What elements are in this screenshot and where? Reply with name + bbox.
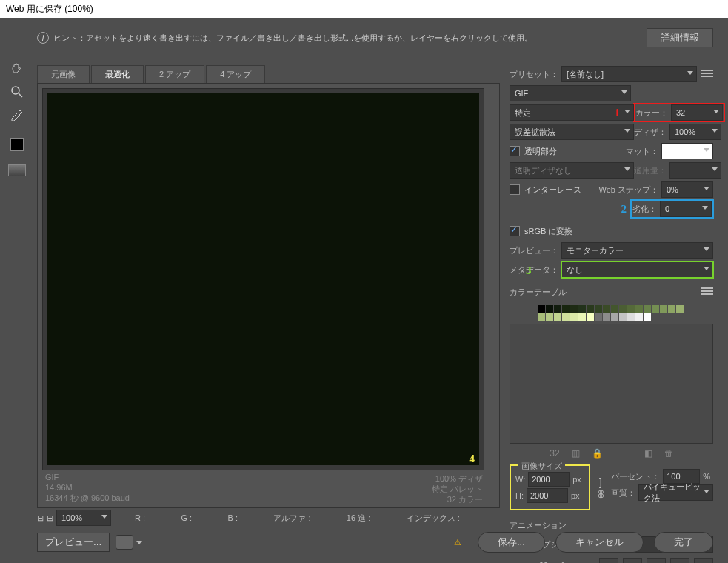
websnap-label: Web スナップ： bbox=[599, 184, 658, 196]
format-select[interactable]: GIF bbox=[510, 85, 631, 101]
eyedropper-swatch[interactable] bbox=[10, 138, 24, 151]
color-swatch[interactable] bbox=[562, 305, 570, 313]
color-swatch[interactable] bbox=[635, 313, 643, 321]
zoom-plus-icon[interactable]: ⊞ bbox=[47, 513, 53, 523]
color-swatch[interactable] bbox=[644, 313, 651, 321]
status-alpha: アルファ : -- bbox=[273, 513, 318, 524]
tab-optimized[interactable]: 最適化 bbox=[91, 65, 144, 83]
color-swatch[interactable] bbox=[644, 305, 651, 313]
svg-line-1 bbox=[19, 93, 22, 97]
color-swatch[interactable] bbox=[578, 305, 586, 313]
hand-tool-icon[interactable] bbox=[10, 61, 24, 76]
reduction-select[interactable]: 特定 1 bbox=[510, 104, 634, 121]
slice-visibility-button[interactable] bbox=[8, 164, 26, 176]
callout-1: 1 bbox=[615, 107, 621, 119]
color-swatch[interactable] bbox=[627, 305, 635, 313]
amount-select bbox=[669, 162, 721, 179]
readout-time: 16344 秒 @ 9600 baud bbox=[45, 493, 483, 503]
websnap-select[interactable]: 0% bbox=[661, 181, 713, 198]
color-swatch[interactable] bbox=[546, 313, 553, 321]
color-swatch[interactable] bbox=[595, 305, 602, 313]
dialog-content: i ヒント：アセットをより速く書き出すには、ファイル／書き出し／書き出し形式..… bbox=[0, 18, 728, 563]
color-swatch[interactable] bbox=[627, 313, 635, 321]
color-swatch[interactable] bbox=[570, 305, 578, 313]
color-swatch[interactable] bbox=[611, 313, 618, 321]
play-button[interactable]: ▶ bbox=[647, 558, 666, 563]
colors-select[interactable]: 32 bbox=[671, 104, 723, 121]
color-swatch[interactable] bbox=[538, 305, 545, 313]
link-wh-icon[interactable]: ]𝟠 bbox=[596, 476, 605, 500]
color-swatch[interactable] bbox=[562, 313, 570, 321]
height-input[interactable]: 2000 bbox=[527, 488, 568, 503]
tab-original[interactable]: 元画像 bbox=[37, 65, 90, 83]
color-swatch[interactable] bbox=[635, 305, 643, 313]
transparency-checkbox[interactable] bbox=[510, 146, 520, 156]
color-swatch[interactable] bbox=[570, 313, 578, 321]
percent-label: パーセント： bbox=[611, 471, 660, 482]
color-table-title: カラーテーブル bbox=[510, 287, 567, 298]
status-b: B : -- bbox=[228, 513, 246, 522]
readout-format: GIF bbox=[45, 472, 483, 482]
warning-icon[interactable]: ⚠ bbox=[454, 538, 461, 547]
width-input[interactable]: 2000 bbox=[528, 472, 570, 487]
interlace-label: インターレース bbox=[524, 184, 581, 196]
eyedropper-tool-icon[interactable] bbox=[10, 108, 24, 123]
status-r: R : -- bbox=[135, 513, 153, 522]
preview-viewport[interactable]: 4 bbox=[42, 88, 484, 470]
ct-lock-icon[interactable]: 🔒 bbox=[592, 448, 603, 459]
color-swatch[interactable] bbox=[619, 313, 627, 321]
ct-new-icon[interactable]: ◧ bbox=[644, 448, 652, 459]
metadata-label: メタデータ： 3 bbox=[510, 264, 558, 276]
preset-menu-icon[interactable] bbox=[701, 70, 713, 79]
matte-select[interactable] bbox=[661, 143, 713, 159]
color-swatch[interactable] bbox=[587, 313, 594, 321]
preview-label: プレビュー： bbox=[510, 245, 558, 256]
save-button[interactable]: 保存... bbox=[478, 532, 545, 553]
color-table-menu-icon[interactable] bbox=[701, 287, 713, 296]
lossy-select[interactable]: 0 bbox=[660, 201, 712, 217]
color-swatch[interactable] bbox=[578, 313, 586, 321]
trans-dither-select[interactable]: 透明ディザなし bbox=[510, 162, 634, 179]
prev-frame-button[interactable]: ◀ bbox=[623, 558, 642, 563]
interlace-checkbox[interactable] bbox=[510, 184, 520, 195]
callout-2: 2 bbox=[621, 203, 627, 215]
ct-tool-icon[interactable]: ▥ bbox=[572, 448, 580, 459]
color-table-grid[interactable] bbox=[538, 305, 686, 321]
color-swatch[interactable] bbox=[652, 305, 659, 313]
color-swatch[interactable] bbox=[668, 305, 675, 313]
color-swatch[interactable] bbox=[538, 313, 545, 321]
cancel-button[interactable]: キャンセル bbox=[555, 532, 644, 553]
tab-4up[interactable]: 4 アップ bbox=[206, 65, 265, 83]
preview-button[interactable]: プレビュー... bbox=[37, 533, 110, 552]
color-swatch[interactable] bbox=[603, 313, 610, 321]
dither-algo-select[interactable]: 誤差拡散法 bbox=[510, 124, 634, 140]
color-swatch[interactable] bbox=[660, 305, 667, 313]
dither-select[interactable]: 100% bbox=[669, 124, 721, 140]
done-button[interactable]: 完了 bbox=[654, 532, 713, 553]
color-swatch[interactable] bbox=[554, 305, 561, 313]
zoom-tool-icon[interactable] bbox=[10, 84, 24, 99]
quality-select[interactable]: バイキュービック法 bbox=[638, 484, 713, 501]
zoom-select[interactable]: 100% bbox=[56, 510, 111, 526]
more-info-button[interactable]: 詳細情報 bbox=[647, 28, 713, 47]
zoom-minus-icon[interactable]: ⊟ bbox=[37, 513, 44, 523]
color-swatch[interactable] bbox=[676, 305, 684, 313]
browser-preview-icon[interactable] bbox=[116, 535, 133, 550]
ct-trash-icon[interactable]: 🗑 bbox=[664, 448, 673, 459]
animation-title: アニメーション bbox=[510, 520, 567, 531]
preset-select[interactable]: [名前なし] bbox=[561, 66, 697, 82]
color-swatch[interactable] bbox=[595, 313, 602, 321]
color-swatch[interactable] bbox=[619, 305, 627, 313]
preview-select[interactable]: モニターカラー bbox=[561, 242, 713, 259]
last-frame-button[interactable]: ⏭ bbox=[694, 558, 713, 563]
color-swatch[interactable] bbox=[611, 305, 618, 313]
tab-2up[interactable]: 2 アップ bbox=[145, 65, 204, 83]
color-swatch[interactable] bbox=[587, 305, 594, 313]
srgb-checkbox[interactable] bbox=[510, 226, 520, 236]
color-swatch[interactable] bbox=[603, 305, 610, 313]
next-frame-button[interactable]: ▶▶ bbox=[670, 558, 689, 563]
first-frame-button[interactable]: ⏮ bbox=[599, 558, 618, 563]
metadata-select[interactable]: なし bbox=[561, 261, 713, 278]
color-swatch[interactable] bbox=[554, 313, 561, 321]
color-swatch[interactable] bbox=[546, 305, 553, 313]
